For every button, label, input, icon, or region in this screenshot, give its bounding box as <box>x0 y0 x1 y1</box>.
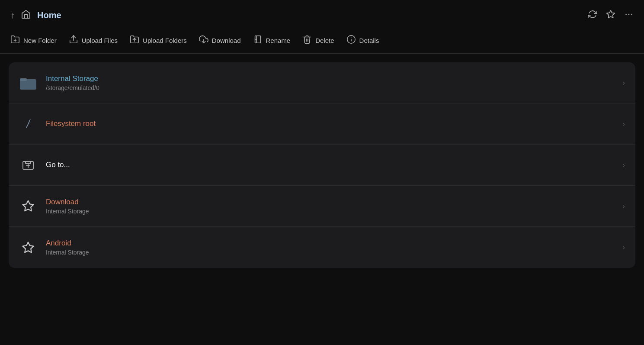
back-button[interactable]: ↑ <box>10 10 15 20</box>
svg-rect-17 <box>20 78 27 81</box>
list-item[interactable]: Download Internal Storage › <box>9 186 635 227</box>
chevron-right-icon: › <box>622 243 627 252</box>
delete-label: Delete <box>315 37 334 44</box>
svg-rect-19 <box>26 161 31 164</box>
item-text: Filesystem root <box>39 119 622 128</box>
home-icon <box>21 9 31 22</box>
download-button[interactable]: Download <box>199 35 241 46</box>
item-text: Download Internal Storage <box>39 198 622 215</box>
list-item[interactable]: Internal Storage /storage/emulated/0 › <box>9 62 635 103</box>
header-left: ↑ Home <box>10 9 61 22</box>
upload-files-label: Upload Files <box>82 37 118 44</box>
delete-icon <box>302 35 312 46</box>
chevron-right-icon: › <box>622 161 627 170</box>
details-icon <box>346 35 356 46</box>
rename-button[interactable]: Rename <box>253 35 291 46</box>
item-text: Go to... <box>39 161 622 169</box>
svg-marker-23 <box>23 242 34 252</box>
file-list: Internal Storage /storage/emulated/0 › /… <box>9 62 635 268</box>
details-button[interactable]: Details <box>346 35 379 46</box>
new-folder-label: New Folder <box>23 37 57 44</box>
svg-point-1 <box>625 13 627 15</box>
chevron-right-icon: › <box>622 78 627 87</box>
chevron-right-icon: › <box>622 119 627 129</box>
rename-label: Rename <box>266 37 291 44</box>
star-icon <box>17 200 39 213</box>
header: ↑ Home <box>0 0 644 30</box>
svg-point-7 <box>73 35 74 37</box>
bookmark-button[interactable] <box>606 10 615 21</box>
new-folder-icon <box>10 35 20 46</box>
svg-marker-22 <box>23 201 34 211</box>
svg-point-2 <box>628 13 630 15</box>
goto-icon <box>17 158 39 172</box>
item-title: Android <box>46 239 622 248</box>
item-title: Download <box>46 198 622 206</box>
download-icon <box>199 35 208 46</box>
item-title: Internal Storage <box>46 74 622 83</box>
chevron-right-icon: › <box>622 202 627 211</box>
item-title: Filesystem root <box>46 119 622 128</box>
item-subtitle: /storage/emulated/0 <box>46 84 622 91</box>
item-title: Go to... <box>46 161 622 169</box>
upload-folders-label: Upload Folders <box>143 37 187 44</box>
folder-icon <box>17 76 39 90</box>
item-text: Android Internal Storage <box>39 239 622 256</box>
list-item[interactable]: / Filesystem root › <box>9 103 635 145</box>
page-title: Home <box>37 10 61 20</box>
download-label: Download <box>212 37 241 44</box>
delete-button[interactable]: Delete <box>302 35 334 46</box>
list-item[interactable]: Go to... › <box>9 145 635 186</box>
rename-icon <box>253 35 263 46</box>
upload-folders-button[interactable]: Upload Folders <box>130 35 187 46</box>
new-folder-button[interactable]: New Folder <box>10 35 57 46</box>
slash-icon: / <box>17 117 39 131</box>
upload-folders-icon <box>130 35 139 46</box>
item-text: Internal Storage /storage/emulated/0 <box>39 74 622 91</box>
item-subtitle: Internal Storage <box>46 249 622 256</box>
svg-point-3 <box>631 13 632 15</box>
svg-marker-0 <box>607 10 615 17</box>
more-options-button[interactable] <box>624 10 634 21</box>
details-label: Details <box>359 37 379 44</box>
star-icon <box>17 241 39 254</box>
upload-files-button[interactable]: Upload Files <box>69 35 118 46</box>
refresh-button[interactable] <box>588 10 597 21</box>
list-item[interactable]: Android Internal Storage › <box>9 227 635 268</box>
item-subtitle: Internal Storage <box>46 208 622 215</box>
upload-files-icon <box>69 35 78 46</box>
toolbar: New Folder Upload Files Upload Folders <box>0 30 644 54</box>
header-right <box>588 10 634 21</box>
